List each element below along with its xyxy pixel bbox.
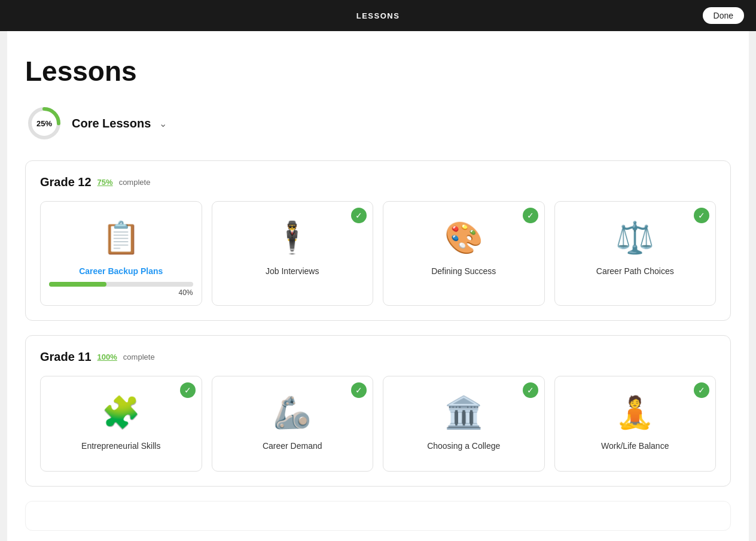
card-defining-success[interactable]: ✓ 🎨 Defining Success [383,201,545,306]
card-label-career-path: Career Path Choices [596,266,674,276]
card-choosing-college[interactable]: ✓ 🏛️ Choosing a College [383,376,545,472]
progress-bar-track [49,282,193,287]
donut-label: 25% [36,119,52,128]
grade11-cards-grid: ✓ 🧩 Entrepreneurial Skills ✓ 🦾 Career De… [40,376,716,472]
nav-title: LESSONS [356,11,400,20]
card-work-life-balance[interactable]: ✓ 🧘 Work/Life Balance [554,376,717,472]
grade-section-partial [25,501,731,531]
progress-donut: 25% [25,104,63,142]
grade11-title: Grade 11 [40,350,92,364]
card-label-entrepreneurial: Entrepreneurial Skills [81,441,160,451]
check-badge-defining-success: ✓ [523,208,538,223]
career-demand-icon: 🦾 [271,391,314,434]
card-label-career-demand: Career Demand [263,441,322,451]
job-interviews-icon: 🕴️ [271,216,314,259]
progress-bar-wrap: 40% [49,282,193,297]
career-backup-icon: 📋 [99,216,142,259]
grade12-pct: 75% [97,178,113,187]
grade11-pct: 100% [97,352,117,361]
main-content: Lessons 25% Core Lessons ⌄ Grade 12 75% … [7,31,749,541]
core-lessons-label: Core Lessons [72,117,151,130]
top-nav: LESSONS Done [0,0,756,31]
card-label-defining-success: Defining Success [431,266,496,276]
card-job-interviews[interactable]: ✓ 🕴️ Job Interviews [212,201,374,306]
check-badge-job-interviews: ✓ [351,208,367,223]
progress-row: 25% Core Lessons ⌄ [25,104,731,142]
check-badge-work-life: ✓ [694,382,709,398]
card-label-job-interviews: Job Interviews [266,266,319,276]
progress-pct: 40% [49,288,193,297]
card-label-choosing-college: Choosing a College [427,441,500,451]
done-button[interactable]: Done [703,7,744,24]
work-life-icon: 🧘 [614,391,657,434]
grade11-complete: complete [123,352,155,361]
career-path-icon: ⚖️ [614,216,657,259]
grade12-complete: complete [119,178,151,187]
check-badge-choosing-college: ✓ [523,382,538,398]
grade12-cards-grid: 📋 Career Backup Plans 40% ✓ 🕴️ Job Inter… [40,201,716,306]
defining-success-icon: 🎨 [442,216,485,259]
chevron-down-icon[interactable]: ⌄ [159,118,167,129]
grade12-title: Grade 12 [40,175,92,189]
page-title: Lessons [25,55,731,87]
choosing-college-icon: 🏛️ [442,391,485,434]
entrepreneurial-icon: 🧩 [99,391,142,434]
card-career-path-choices[interactable]: ✓ ⚖️ Career Path Choices [554,201,717,306]
card-career-backup-plans[interactable]: 📋 Career Backup Plans 40% [40,201,202,306]
check-badge-career-demand: ✓ [351,382,367,398]
check-badge-career-path: ✓ [694,208,709,223]
progress-bar-fill [49,282,106,287]
card-career-demand[interactable]: ✓ 🦾 Career Demand [212,376,374,472]
grade12-section: Grade 12 75% complete 📋 Career Backup Pl… [25,160,731,321]
check-badge-entrepreneurial: ✓ [180,382,196,398]
grade12-header: Grade 12 75% complete [40,175,716,189]
grade11-section: Grade 11 100% complete ✓ 🧩 Entrepreneuri… [25,335,731,487]
card-entrepreneurial-skills[interactable]: ✓ 🧩 Entrepreneurial Skills [40,376,202,472]
grade11-header: Grade 11 100% complete [40,350,716,364]
card-label-career-backup: Career Backup Plans [79,266,163,276]
card-label-work-life: Work/Life Balance [601,441,669,451]
